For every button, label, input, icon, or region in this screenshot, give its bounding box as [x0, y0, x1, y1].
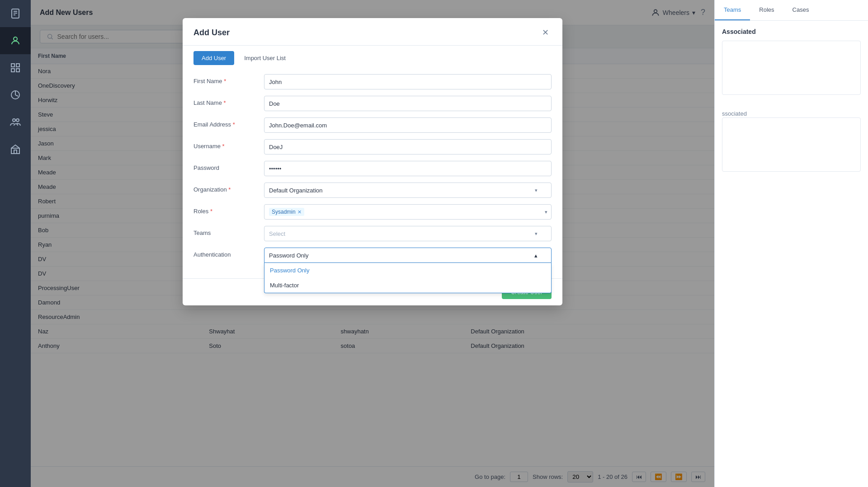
right-panel-section: Associated	[715, 21, 868, 109]
organization-select[interactable]: Default Organization ▾	[264, 183, 552, 198]
teams-select-wrapper: Select ▾	[264, 226, 552, 241]
tab-teams[interactable]: Teams	[715, 0, 750, 20]
roles-select-wrapper: Sysadmin ✕ ▾	[264, 204, 552, 220]
roles-tag-sysadmin: Sysadmin ✕	[269, 208, 304, 216]
svg-rect-7	[11, 69, 14, 72]
svg-rect-5	[11, 64, 14, 67]
authentication-dropdown-container: Password Only ▴ Password Only Multi-fact…	[264, 248, 552, 263]
authentication-label: Authentication	[193, 248, 257, 258]
password-row: Password	[193, 161, 552, 176]
modal-body: First Name * Last Name * Email Address *	[183, 65, 562, 278]
teams-placeholder: Select	[269, 230, 285, 237]
associated-box	[722, 41, 861, 95]
svg-rect-6	[16, 64, 19, 67]
teams-label: Teams	[193, 226, 257, 236]
username-row: Username *	[193, 139, 552, 155]
sidebar-item-document[interactable]	[0, 0, 31, 27]
add-user-modal: Add User ✕ Add User Import User List Fir…	[183, 18, 562, 305]
last-name-label: Last Name *	[193, 96, 257, 106]
sidebar-item-analytics[interactable]	[0, 81, 31, 108]
modal-overlay: Add User ✕ Add User Import User List Fir…	[31, 0, 714, 487]
first-name-input[interactable]	[264, 74, 552, 89]
auth-option-password-only[interactable]: Password Only	[264, 263, 551, 278]
chevron-up-icon-auth: ▴	[534, 252, 538, 259]
svg-rect-12	[11, 148, 19, 154]
last-name-input[interactable]	[264, 96, 552, 111]
associated-title: Associated	[722, 28, 861, 35]
required-marker-3: *	[233, 121, 235, 128]
organization-value: Default Organization	[269, 187, 323, 194]
authentication-row: Authentication Password Only ▴ Password …	[193, 248, 552, 263]
authentication-select[interactable]: Password Only ▴	[264, 248, 552, 263]
svg-point-4	[14, 37, 17, 41]
password-input[interactable]	[264, 161, 552, 176]
svg-point-10	[13, 119, 15, 122]
svg-point-11	[16, 119, 19, 122]
sidebar-item-users[interactable]	[0, 27, 31, 54]
auth-option-multifactor[interactable]: Multi-factor	[264, 278, 551, 293]
tab-import-user-list[interactable]: Import User List	[236, 51, 294, 65]
modal-title: Add User	[193, 28, 230, 37]
right-panel: Teams Roles Cases Associated ssociated	[714, 0, 868, 487]
roles-label: Roles *	[193, 204, 257, 215]
last-name-row: Last Name *	[193, 96, 552, 111]
organization-select-wrapper: Default Organization ▾	[264, 183, 552, 198]
required-marker-6: *	[210, 208, 212, 215]
required-marker: *	[224, 78, 226, 84]
right-panel-tabs: Teams Roles Cases	[715, 0, 868, 21]
sidebar-item-grid[interactable]	[0, 54, 31, 81]
required-marker-2: *	[224, 99, 226, 106]
authentication-value: Password Only	[269, 252, 308, 259]
first-name-label: First Name *	[193, 74, 257, 84]
authentication-dropdown-list: Password Only Multi-factor	[264, 263, 552, 293]
tab-roles[interactable]: Roles	[750, 0, 783, 20]
tab-add-user[interactable]: Add User	[193, 51, 234, 65]
teams-row: Teams Select ▾	[193, 226, 552, 241]
chevron-down-icon-roles: ▾	[545, 209, 547, 215]
chevron-down-icon-org: ▾	[535, 187, 538, 193]
email-label: Email Address *	[193, 117, 257, 128]
associated-box-2	[722, 117, 861, 172]
associated-label-2: ssociated	[722, 107, 747, 121]
username-label: Username *	[193, 139, 257, 150]
roles-tag-close-icon[interactable]: ✕	[297, 209, 302, 215]
first-name-row: First Name *	[193, 74, 552, 89]
associated-section-2: ssociated	[715, 109, 868, 172]
organization-row: Organization * Default Organization ▾	[193, 183, 552, 198]
close-button[interactable]: ✕	[539, 26, 552, 39]
organization-label: Organization *	[193, 183, 257, 193]
modal-header: Add User ✕	[183, 18, 562, 46]
roles-select[interactable]: Sysadmin ✕ ▾	[264, 204, 552, 220]
sidebar-item-groups[interactable]	[0, 108, 31, 136]
tab-cases[interactable]: Cases	[783, 0, 818, 20]
teams-select[interactable]: Select ▾	[264, 226, 552, 241]
required-marker-4: *	[222, 143, 225, 150]
svg-rect-8	[16, 69, 19, 72]
modal-tabs: Add User Import User List	[183, 46, 562, 65]
required-marker-5: *	[228, 186, 231, 193]
sidebar-item-organization[interactable]	[0, 136, 31, 163]
username-input[interactable]	[264, 139, 552, 155]
sidebar	[0, 0, 31, 487]
email-row: Email Address *	[193, 117, 552, 133]
email-input[interactable]	[264, 117, 552, 133]
roles-row: Roles * Sysadmin ✕ ▾	[193, 204, 552, 220]
password-label: Password	[193, 161, 257, 171]
roles-tag-label: Sysadmin	[272, 209, 296, 215]
chevron-down-icon-teams: ▾	[535, 231, 538, 237]
